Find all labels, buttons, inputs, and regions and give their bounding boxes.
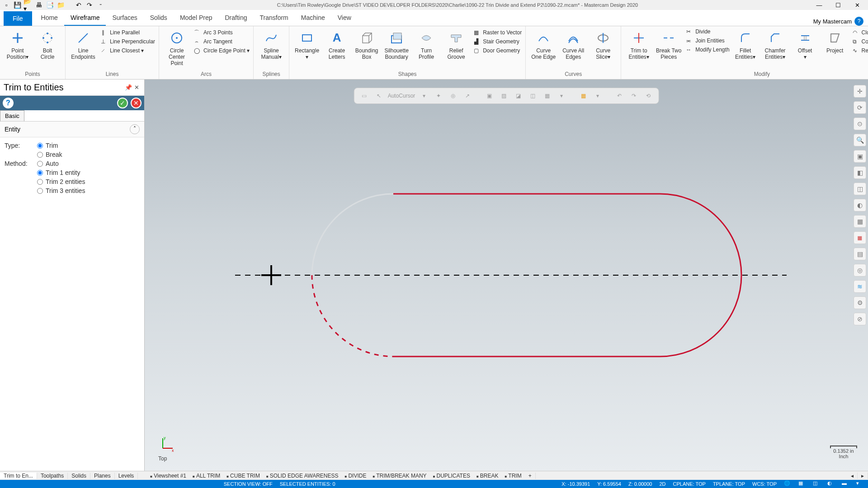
trim-to-entities-button[interactable]: Trim toEntities▾ [625, 28, 653, 61]
vt-iso-icon[interactable]: ◧ [854, 166, 866, 179]
help-icon[interactable]: ? [854, 17, 863, 26]
status-wcs[interactable]: WCS: TOP [752, 481, 777, 487]
saveall-icon[interactable]: 📑 [45, 1, 54, 9]
panel-help-icon[interactable]: ? [3, 98, 14, 108]
method-trim1-radio[interactable]: Trim 1 entity [37, 169, 85, 176]
vt-ortho-icon[interactable]: ▣ [854, 150, 866, 163]
close-button[interactable]: ✕ [848, 0, 866, 9]
folder-icon[interactable]: 📁 [56, 1, 65, 9]
vt-mat-icon[interactable]: ◼ [854, 231, 866, 244]
arc-3-points-button[interactable]: ⌒Arc 3 Points [193, 29, 250, 36]
rectangle-button[interactable]: Rectangle▾ [293, 28, 321, 61]
vt-gnomon-icon[interactable]: ✛ [854, 85, 866, 98]
vt-section-icon[interactable]: ◫ [854, 183, 866, 195]
collapse-icon[interactable]: ˄ [130, 124, 140, 134]
tab-surfaces[interactable]: Surfaces [106, 10, 143, 26]
turn-profile-button[interactable]: TurnProfile [412, 28, 440, 61]
offset-button[interactable]: Offset▾ [791, 28, 819, 61]
bounding-box-button[interactable]: BoundingBox [353, 28, 381, 61]
point-position-button[interactable]: PointPosition▾ [4, 28, 32, 61]
tab-wireframe[interactable]: Wireframe [64, 10, 106, 26]
bm-solid-edge[interactable]: SOLID EDGE AWARENESS [263, 473, 342, 479]
new-icon[interactable]: ▫ [2, 1, 11, 9]
viewsheet-prev[interactable]: ◂ [847, 473, 858, 479]
vt-zoom-icon[interactable]: 🔍 [854, 134, 866, 146]
silhouette-boundary-button[interactable]: SilhouetteBoundary [382, 28, 410, 61]
bm-all-trim[interactable]: ALL TRIM [189, 473, 223, 479]
tab-drafting[interactable]: Drafting [218, 10, 253, 26]
vt-trans-icon[interactable]: ▤ [854, 248, 866, 260]
tab-solids[interactable]: Solids [144, 10, 174, 26]
bm-duplicates[interactable]: DUPLICATES [430, 473, 473, 479]
close-arc-button[interactable]: ◠Close Arc ▾ [851, 29, 868, 36]
stair-geometry-button[interactable]: ▟Stair Geometry [472, 38, 522, 45]
cancel-button[interactable]: ✕ [131, 98, 142, 108]
ok-button[interactable]: ✓ [117, 98, 128, 108]
minimize-button[interactable]: — [810, 0, 828, 9]
status-section-view[interactable]: SECTION VIEW: OFF [224, 481, 273, 487]
undo-icon[interactable]: ↶ [74, 1, 83, 9]
chamfer-entities-button[interactable]: ChamferEntities▾ [761, 28, 789, 61]
basic-tab[interactable]: Basic [0, 110, 24, 121]
combine-views-button[interactable]: ⧉Combine Views [851, 38, 868, 45]
divide-button[interactable]: ✂Divide [684, 28, 729, 35]
line-perpendicular-button[interactable]: ⊥Line Perpendicular [99, 38, 155, 45]
lefttab-solids[interactable]: Solids [68, 473, 90, 479]
bolt-circle-button[interactable]: BoltCircle [33, 28, 61, 61]
status-grid-icon[interactable]: ▦ [798, 480, 806, 488]
vt-none-icon[interactable]: ⊘ [854, 313, 866, 325]
tab-home[interactable]: Home [35, 10, 64, 26]
bm-break[interactable]: BREAK [473, 473, 502, 479]
lefttab-toolpaths[interactable]: Toolpaths [37, 473, 68, 479]
add-viewsheet-button[interactable]: + [525, 473, 536, 479]
redo-icon[interactable]: ↷ [85, 1, 94, 9]
arc-tangent-button[interactable]: ⌢Arc Tangent [193, 38, 250, 45]
fillet-entities-button[interactable]: FilletEntities▾ [731, 28, 760, 61]
tab-machine[interactable]: Machine [295, 10, 331, 26]
line-parallel-button[interactable]: ∥Line Parallel [99, 29, 155, 36]
vt-layers-icon[interactable]: ≋ [854, 280, 866, 293]
status-wire-icon[interactable]: ◫ [813, 480, 820, 488]
bm-trim-break[interactable]: TRIM/BREAK MANY [369, 473, 429, 479]
door-geometry-button[interactable]: ▢Door Geometry [472, 47, 522, 54]
status-cplane[interactable]: CPLANE: TOP [673, 481, 706, 487]
modify-length-button[interactable]: ↔Modify Length [684, 46, 729, 53]
status-globe-icon[interactable]: 🌐 [784, 480, 791, 488]
raster-to-vector-button[interactable]: ▦Raster to Vector [472, 29, 522, 36]
curve-slice-button[interactable]: CurveSlice▾ [589, 28, 617, 61]
line-closest-button[interactable]: ⟋Line Closest ▾ [99, 47, 155, 54]
vt-wire-icon[interactable]: ▦ [854, 215, 866, 228]
tab-model-prep[interactable]: Model Prep [174, 10, 219, 26]
curve-all-edges-button[interactable]: Curve AllEdges [559, 28, 587, 61]
status-tplane[interactable]: TPLANE: TOP [713, 481, 745, 487]
circle-center-point-button[interactable]: CircleCenter Point [163, 28, 191, 66]
type-break-radio[interactable]: Break [37, 151, 62, 158]
line-endpoints-button[interactable]: LineEndpoints [69, 28, 97, 61]
pin-icon[interactable]: 📌 [124, 84, 132, 91]
vt-hidden-icon[interactable]: ◎ [854, 264, 866, 277]
graphics-viewport[interactable]: ▭ ↖ AutoCursor ▾ ✦ ◎ ↗ ▣ ▨ ◪ ◫ ▦ ▾ ▦ ▾ ↶… [145, 80, 868, 471]
relief-groove-button[interactable]: ReliefGroove [442, 28, 470, 61]
join-entities-button[interactable]: ⫘Join Entities [684, 37, 729, 44]
curve-one-edge-button[interactable]: CurveOne Edge [529, 28, 557, 61]
circle-edge-point-button[interactable]: ◯Circle Edge Point ▾ [193, 47, 250, 54]
type-trim-radio[interactable]: Trim [37, 142, 62, 149]
viewsheet-tab[interactable]: Viewsheet #1 [147, 473, 189, 479]
maximize-button[interactable]: ☐ [829, 0, 847, 9]
break-two-pieces-button[interactable]: Break TwoPieces [655, 28, 683, 61]
refit-spline-button[interactable]: ∿Refit Spline ▾ [851, 47, 868, 54]
vt-rotate-icon[interactable]: ⟳ [854, 101, 866, 114]
qat-more-icon[interactable]: ⁼ [96, 1, 105, 9]
bm-divide[interactable]: DIVIDE [342, 473, 370, 479]
project-button[interactable]: Project [821, 28, 849, 54]
method-trim2-radio[interactable]: Trim 2 entities [37, 178, 85, 185]
tab-transform[interactable]: Transform [254, 10, 295, 26]
bm-trim[interactable]: TRIM [501, 473, 524, 479]
lefttab-planes[interactable]: Planes [90, 473, 115, 479]
open-icon[interactable]: 📂▾ [24, 1, 33, 9]
spline-manual-button[interactable]: SplineManual▾ [257, 28, 285, 61]
create-letters-button[interactable]: ACreateLetters [323, 28, 351, 61]
print-icon[interactable]: 🖶 [34, 1, 43, 9]
tab-view[interactable]: View [331, 10, 358, 26]
status-2d3d[interactable]: 2D [659, 481, 665, 487]
